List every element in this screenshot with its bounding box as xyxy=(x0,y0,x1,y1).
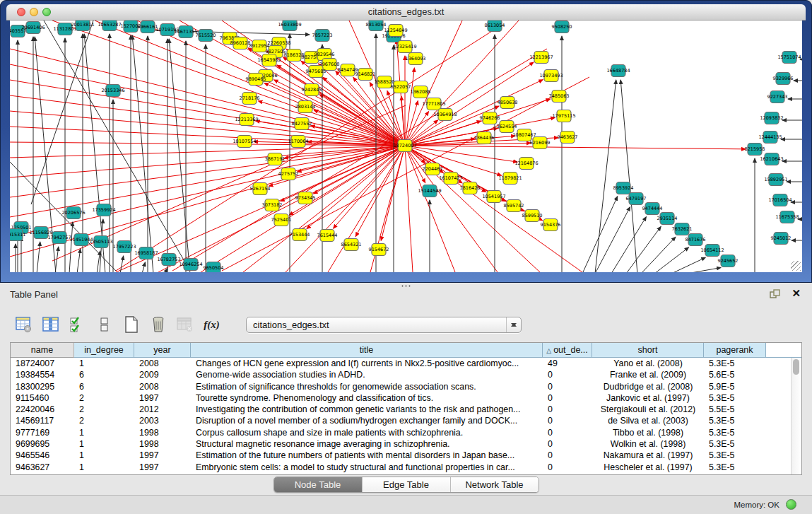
graph-node[interactable]: 8471676 xyxy=(686,234,706,246)
graph-node[interactable]: 10946254 xyxy=(179,259,202,271)
graph-node[interactable]: 7857223 xyxy=(312,30,333,42)
cell-title[interactable]: Estimation of significance thresholds fo… xyxy=(191,381,543,392)
graph-node[interactable]: 15892951 xyxy=(764,174,787,186)
cell-name[interactable]: 9777169 xyxy=(11,427,74,438)
citation-network-graph[interactable]: 1403557120691406113128012001381110653287… xyxy=(10,21,802,272)
graph-node[interactable]: 2803144 xyxy=(295,101,316,113)
graph-node[interactable]: 7525401 xyxy=(271,214,292,226)
graph-node[interactable]: 6216099 xyxy=(530,137,551,149)
scrollbar-thumb[interactable] xyxy=(793,359,799,375)
cell-year[interactable]: 1998 xyxy=(134,427,191,438)
graph-node[interactable]: 8654321 xyxy=(341,239,362,251)
graph-node[interactable]: 9508250 xyxy=(552,21,572,33)
table-settings-icon[interactable] xyxy=(14,315,33,334)
cell-name[interactable]: 9115460 xyxy=(11,392,74,404)
cell-title[interactable]: Disruption of a novel member of a sodium… xyxy=(191,415,543,426)
graph-node[interactable]: 8215958 xyxy=(745,144,765,156)
graph-node[interactable]: 9329966 xyxy=(773,73,794,85)
graph-node[interactable]: 16107427 xyxy=(439,173,462,185)
cell-short[interactable]: Nakamura et al. (1997) xyxy=(592,450,704,461)
column-header-name[interactable]: name xyxy=(11,343,74,358)
graph-node[interactable]: 12164876 xyxy=(514,158,538,170)
graph-node[interactable]: 7153444 xyxy=(290,229,310,241)
cell-name[interactable]: 14569117 xyxy=(11,415,74,426)
cell-pagerank[interactable]: 5.9E-5 xyxy=(704,381,766,392)
cell-title[interactable]: Corpus callosum shape and size in male p… xyxy=(191,427,543,438)
graph-node[interactable]: 10653287 xyxy=(98,21,121,31)
cell-year[interactable]: 2012 xyxy=(134,404,191,415)
graph-node[interactable]: 8599510 xyxy=(522,210,543,222)
graph-node[interactable]: 17016504 xyxy=(768,194,792,206)
memory-ok-indicator[interactable] xyxy=(786,499,796,510)
cell-short[interactable]: Yano et al. (2008) xyxy=(592,358,704,369)
graph-node[interactable]: 10541957 xyxy=(482,191,505,203)
cell-year[interactable]: 2003 xyxy=(134,415,191,426)
cell-in_degree[interactable]: 1 xyxy=(74,438,134,450)
cell-pagerank[interactable]: 5.3E-5 xyxy=(704,427,766,438)
graph-node[interactable]: 2935114 xyxy=(657,213,678,225)
cell-in_degree[interactable]: 6 xyxy=(74,381,134,392)
table-row[interactable]: 969969511998Structural magnetic resonanc… xyxy=(11,438,801,450)
cell-pagerank[interactable]: 5.6E-5 xyxy=(704,369,766,380)
cell-in_degree[interactable]: 2 xyxy=(74,404,134,415)
graph-node[interactable]: 3624554 xyxy=(497,121,517,133)
graph-node[interactable]: 9154376 xyxy=(541,219,561,231)
graph-node[interactable]: 17359924 xyxy=(92,204,115,216)
graph-node[interactable]: 16033809 xyxy=(278,21,301,31)
cell-year[interactable]: 1997 xyxy=(134,392,191,404)
table-selector-dropdown[interactable]: citations_edges.txt xyxy=(246,317,522,333)
cell-out_de[interactable]: 0 xyxy=(543,438,592,450)
column-header-out_de[interactable]: △out_de... xyxy=(543,343,592,358)
graph-node[interactable]: 2718176 xyxy=(240,93,260,105)
graph-node[interactable]: 12444135 xyxy=(758,132,782,144)
cell-short[interactable]: Dudbridge et al. (2008) xyxy=(592,381,704,392)
cell-short[interactable]: Stergiakouli et al. (2012) xyxy=(592,404,704,415)
cell-out_de[interactable]: 0 xyxy=(543,462,592,473)
graph-node[interactable]: 5267154 xyxy=(250,183,271,195)
graph-node[interactable]: 4275752 xyxy=(278,168,299,180)
graph-node[interactable]: 16958187 xyxy=(134,247,158,259)
delete-table-icon[interactable] xyxy=(175,315,194,334)
close-panel-icon[interactable]: ✕ xyxy=(792,287,801,300)
graph-node[interactable]: 6522057 xyxy=(391,81,411,93)
cell-name[interactable]: 18300295 xyxy=(11,381,74,392)
canvas-resize-grip-icon[interactable] xyxy=(791,261,801,271)
cell-name[interactable]: 22420046 xyxy=(11,404,74,415)
graph-node[interactable]: 8813054 xyxy=(366,21,387,31)
graph-node[interactable]: 9475685 xyxy=(306,66,326,78)
cell-title[interactable]: Estimation of the future numbers of pati… xyxy=(191,450,543,461)
graph-node[interactable]: 8953924 xyxy=(613,182,634,194)
graph-node[interactable]: 1362088 xyxy=(411,86,431,98)
row-height-icon[interactable] xyxy=(95,315,114,334)
graph-node[interactable]: 9245652 xyxy=(718,255,739,267)
graph-node[interactable]: 16210643 xyxy=(760,153,783,165)
cell-short[interactable]: Tibbo et al. (1998) xyxy=(592,427,704,438)
column-header-year[interactable]: year xyxy=(134,343,191,358)
cell-year[interactable]: 1997 xyxy=(134,450,191,461)
cell-pagerank[interactable]: 5.3E-5 xyxy=(704,462,766,473)
graph-node[interactable]: 6479197 xyxy=(626,193,647,205)
cell-short[interactable]: Jankovic et al. (1997) xyxy=(592,392,704,404)
cell-pagerank[interactable]: 5.3E-5 xyxy=(704,358,766,369)
graph-node[interactable]: 1170064 xyxy=(288,136,309,148)
cell-in_degree[interactable]: 2 xyxy=(74,392,134,404)
cell-out_de[interactable]: 0 xyxy=(543,404,592,415)
graph-node[interactable]: 12213369 xyxy=(235,114,258,126)
cell-pagerank[interactable]: 5.3E-5 xyxy=(704,438,766,450)
network-canvas[interactable]: 1403557120691406113128012001381110653287… xyxy=(10,21,802,272)
column-select-icon[interactable] xyxy=(68,315,87,334)
cell-in_degree[interactable]: 1 xyxy=(74,450,134,461)
cell-year[interactable]: 2008 xyxy=(134,358,191,369)
graph-node[interactable]: 10654112 xyxy=(700,245,724,257)
table-row[interactable]: 1456911722003Disruption of a novel membe… xyxy=(11,415,801,426)
cell-in_degree[interactable]: 1 xyxy=(74,427,134,438)
graph-node[interactable]: 8960128 xyxy=(230,37,251,49)
graph-node[interactable]: 7615520 xyxy=(196,30,216,42)
graph-node[interactable]: 9890465 xyxy=(246,74,266,86)
cell-out_de[interactable]: 0 xyxy=(543,415,592,426)
cell-out_de[interactable]: 0 xyxy=(543,392,592,404)
cell-out_de[interactable]: 49 xyxy=(543,358,592,369)
cell-short[interactable]: de Silva et al. (2003) xyxy=(592,415,704,426)
graph-node[interactable]: 9242845 xyxy=(302,84,322,96)
graph-node[interactable]: 7485063 xyxy=(549,90,570,103)
